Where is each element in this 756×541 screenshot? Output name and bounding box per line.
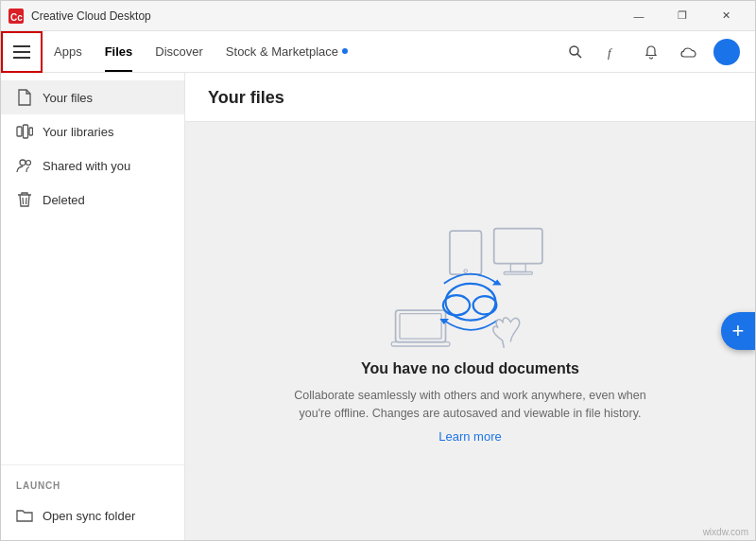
- sidebar-item-label-deleted: Deleted: [43, 193, 85, 207]
- page-title: Your files: [208, 88, 284, 107]
- svg-line-3: [577, 53, 582, 58]
- trash-icon: [16, 191, 33, 208]
- empty-state-description: Collaborate seamlessly with others and w…: [291, 387, 650, 423]
- title-bar-left: Cc Creative Cloud Desktop: [9, 9, 151, 24]
- main-layout: Your files Your libraries: [1, 73, 755, 540]
- svg-rect-17: [493, 228, 541, 263]
- sidebar-item-label-shared: Shared with you: [43, 159, 130, 173]
- svg-point-16: [463, 270, 467, 273]
- svg-point-22: [472, 296, 496, 314]
- svg-rect-14: [400, 313, 441, 338]
- tab-stock[interactable]: Stock & Marketplace: [215, 31, 359, 72]
- tab-discover[interactable]: Discover: [144, 31, 215, 72]
- title-bar: Cc Creative Cloud Desktop — ❐ ✕: [1, 1, 755, 31]
- close-button[interactable]: ✕: [704, 1, 747, 31]
- svg-rect-15: [449, 231, 481, 274]
- hamburger-icon: [13, 45, 30, 59]
- folder-icon: [16, 507, 33, 524]
- sidebar-item-open-sync-folder[interactable]: Open sync folder: [1, 498, 184, 532]
- cloud-illustration: [386, 218, 556, 360]
- hamburger-button[interactable]: [1, 31, 43, 73]
- sidebar-nav: Your files Your libraries: [1, 73, 184, 464]
- svg-text:f: f: [608, 45, 613, 60]
- content-body: You have no cloud documents Collaborate …: [185, 122, 755, 540]
- window-controls: — ❐ ✕: [617, 1, 747, 31]
- sidebar-item-shared[interactable]: Shared with you: [1, 148, 184, 183]
- sidebar-item-label-libraries: Your libraries: [43, 125, 113, 139]
- svg-rect-12: [395, 310, 445, 342]
- sidebar-item-your-libraries[interactable]: Your libraries: [1, 114, 184, 148]
- svg-rect-7: [29, 128, 33, 135]
- stock-dot: [342, 48, 348, 54]
- content: Your files: [185, 73, 755, 540]
- sidebar-item-deleted[interactable]: Deleted: [1, 183, 184, 217]
- library-icon: [16, 123, 33, 140]
- sidebar-item-label-sync: Open sync folder: [43, 509, 135, 523]
- svg-rect-6: [24, 125, 28, 138]
- plus-icon: +: [732, 319, 745, 343]
- bell-icon: [644, 44, 659, 60]
- svg-line-10: [23, 198, 24, 204]
- cloud-button[interactable]: [676, 39, 702, 65]
- font-button[interactable]: f: [600, 39, 627, 65]
- content-header: Your files: [185, 73, 755, 122]
- watermark: wixdw.com: [703, 527, 748, 537]
- search-icon: [568, 44, 583, 60]
- sidebar-item-your-files[interactable]: Your files: [1, 80, 184, 114]
- minimize-button[interactable]: —: [617, 1, 661, 31]
- empty-state: You have no cloud documents Collaborate …: [291, 218, 650, 445]
- sidebar-bottom: LAUNCH Open sync folder: [1, 464, 184, 540]
- svg-point-21: [442, 295, 469, 315]
- people-icon: [16, 157, 33, 174]
- tab-files[interactable]: Files: [94, 31, 145, 72]
- sidebar-item-label-your-files: Your files: [43, 91, 93, 105]
- window-title: Creative Cloud Desktop: [31, 9, 151, 23]
- empty-state-title: You have no cloud documents: [361, 360, 579, 377]
- notification-button[interactable]: [638, 39, 664, 65]
- svg-line-11: [26, 198, 27, 204]
- file-icon: [16, 89, 33, 106]
- svg-rect-18: [510, 263, 525, 271]
- tab-apps[interactable]: Apps: [43, 31, 94, 72]
- font-icon: f: [606, 44, 621, 60]
- avatar[interactable]: [713, 39, 740, 65]
- nav-bar: Apps Files Discover Stock & Marketplace: [1, 31, 755, 73]
- svg-text:Cc: Cc: [10, 12, 23, 23]
- sidebar: Your files Your libraries: [1, 73, 185, 540]
- search-button[interactable]: [562, 39, 589, 65]
- learn-more-link[interactable]: Learn more: [438, 429, 501, 444]
- add-fab-button[interactable]: +: [721, 312, 755, 350]
- maximize-button[interactable]: ❐: [661, 1, 704, 31]
- svg-point-8: [20, 160, 26, 166]
- nav-tabs: Apps Files Discover Stock & Marketplace: [43, 31, 562, 72]
- svg-rect-5: [17, 127, 22, 136]
- app-icon: Cc: [9, 9, 24, 24]
- svg-rect-19: [504, 271, 532, 274]
- svg-point-9: [26, 161, 31, 166]
- cloud-icon: [680, 45, 697, 59]
- nav-actions: f: [562, 39, 747, 65]
- launch-label: LAUNCH: [1, 480, 184, 498]
